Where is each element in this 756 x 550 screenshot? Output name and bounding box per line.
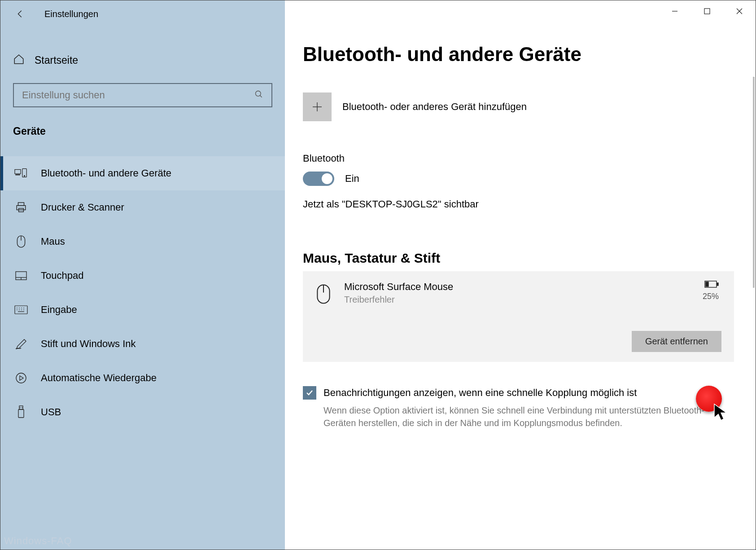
sidebar: Einstellungen Startseite Geräte Bluetoot… <box>0 0 285 550</box>
bluetooth-toggle[interactable] <box>303 172 334 186</box>
plus-icon <box>303 92 332 121</box>
svg-point-0 <box>256 91 261 97</box>
device-group-heading: Maus, Tastatur & Stift <box>303 251 734 266</box>
cursor-icon <box>713 403 729 423</box>
notify-checkbox[interactable] <box>303 386 316 400</box>
back-button[interactable] <box>9 3 31 25</box>
add-device-label: Bluetooth- oder anderes Gerät hinzufügen <box>342 101 527 113</box>
sidebar-item-autoplay[interactable]: Automatische Wiedergabe <box>0 361 285 395</box>
device-status: Treiberfehler <box>344 295 453 305</box>
content-pane: Bluetooth- und andere Geräte Bluetooth- … <box>285 0 756 550</box>
svg-rect-25 <box>18 409 24 418</box>
sidebar-item-touchpad[interactable]: Touchpad <box>0 259 285 293</box>
sidebar-home[interactable]: Startseite <box>0 45 285 75</box>
add-device-button[interactable]: Bluetooth- oder anderes Gerät hinzufügen <box>303 92 734 121</box>
sidebar-nav: Bluetooth- und andere Geräte Drucker & S… <box>0 156 285 429</box>
battery-percent: 25% <box>703 292 719 301</box>
battery-icon <box>704 282 719 290</box>
printer-icon <box>14 200 28 215</box>
close-button[interactable] <box>723 0 756 22</box>
sidebar-section-label: Geräte <box>0 115 285 147</box>
sidebar-item-mouse[interactable]: Maus <box>0 224 285 259</box>
svg-rect-38 <box>706 282 708 286</box>
sidebar-item-label: Bluetooth- und andere Geräte <box>41 167 171 179</box>
page-title: Bluetooth- und andere Geräte <box>303 43 734 66</box>
notify-checkbox-desc: Wenn diese Option aktiviert ist, können … <box>323 404 705 429</box>
bluetooth-toggle-label: Ein <box>345 173 359 185</box>
sidebar-home-label: Startseite <box>35 54 78 66</box>
mouse-icon <box>14 234 28 249</box>
search-icon <box>254 90 263 101</box>
sidebar-item-typing[interactable]: Eingabe <box>0 293 285 327</box>
sidebar-item-label: Touchpad <box>41 270 83 282</box>
svg-rect-29 <box>704 9 710 14</box>
home-icon <box>13 53 25 67</box>
scrollbar[interactable] <box>753 77 755 288</box>
sidebar-item-bluetooth[interactable]: Bluetooth- und andere Geräte <box>0 156 285 190</box>
app-title: Einstellungen <box>44 9 98 19</box>
mouse-icon <box>313 281 334 307</box>
notify-checkbox-label: Benachrichtigungen anzeigen, wenn eine s… <box>323 386 637 400</box>
usb-icon <box>14 405 28 419</box>
sidebar-item-label: USB <box>41 406 61 418</box>
svg-rect-2 <box>16 175 20 175</box>
sidebar-item-label: Maus <box>41 236 65 247</box>
svg-rect-37 <box>717 283 718 286</box>
sidebar-item-label: Eingabe <box>41 304 77 316</box>
svg-rect-1 <box>15 170 21 174</box>
svg-rect-6 <box>17 206 26 210</box>
remove-device-button[interactable]: Gerät entfernen <box>632 331 721 352</box>
svg-rect-24 <box>19 406 23 409</box>
battery-indicator: 25% <box>703 280 719 301</box>
sidebar-item-printers[interactable]: Drucker & Scanner <box>0 190 285 224</box>
sidebar-item-label: Stift und Windows Ink <box>41 338 136 350</box>
device-card[interactable]: Microsoft Surface Mouse Treiberfehler 25… <box>303 271 734 362</box>
minimize-button[interactable] <box>659 0 691 22</box>
search-input[interactable] <box>22 89 215 101</box>
sidebar-item-pen[interactable]: Stift und Windows Ink <box>0 327 285 361</box>
devices-icon <box>14 166 28 180</box>
maximize-button[interactable] <box>691 0 723 22</box>
pen-icon <box>14 337 28 351</box>
search-box[interactable] <box>13 83 272 107</box>
keyboard-icon <box>14 303 28 317</box>
sidebar-item-label: Automatische Wiedergabe <box>41 372 157 384</box>
touchpad-icon <box>14 268 28 283</box>
bluetooth-heading: Bluetooth <box>303 153 734 164</box>
titlebar: Einstellungen <box>0 0 285 27</box>
device-name: Microsoft Surface Mouse <box>344 281 453 293</box>
svg-point-23 <box>16 373 26 383</box>
visibility-text: Jetzt als "DESKTOP-SJ0GLS2" sichtbar <box>303 198 734 210</box>
watermark: Windows-FAQ <box>4 535 72 547</box>
svg-rect-5 <box>18 202 24 206</box>
sidebar-item-label: Drucker & Scanner <box>41 202 124 213</box>
sidebar-item-usb[interactable]: USB <box>0 395 285 429</box>
window-controls <box>659 0 756 22</box>
autoplay-icon <box>14 371 28 385</box>
svg-point-4 <box>24 176 25 176</box>
